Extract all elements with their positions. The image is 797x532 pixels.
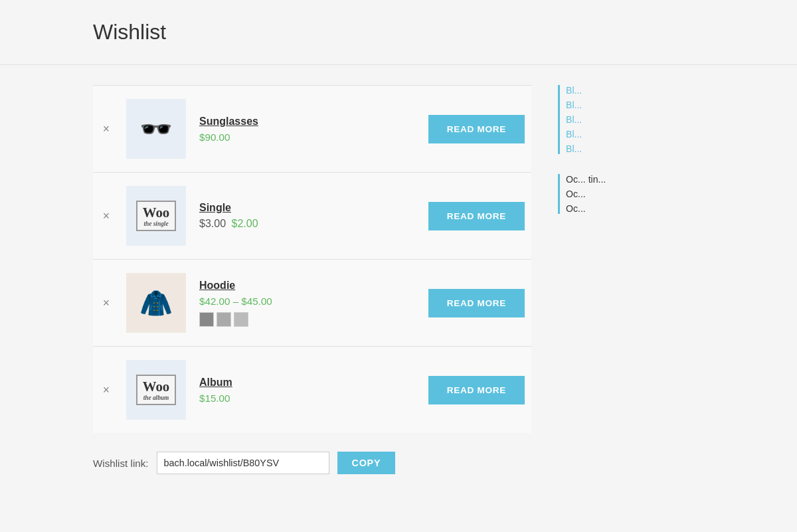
remove-single-button[interactable]: × <box>100 209 113 223</box>
page-title: Wishlist <box>93 20 704 44</box>
wishlist-link-row: Wishlist link: COPY <box>93 452 531 474</box>
swatch-light[interactable] <box>234 312 248 327</box>
product-price-hoodie: $42.00 – $45.00 <box>199 296 415 307</box>
woo-single-icon: Woothe single <box>136 201 176 231</box>
wishlist-row-album: × Woothe album Album $15.00 READ MORE <box>93 346 531 433</box>
read-more-single-button[interactable]: READ MORE <box>428 202 525 230</box>
product-price-album: $15.00 <box>199 393 415 404</box>
wishlist-row-hoodie: × 🧥 Hoodie $42.00 – $45.00 READ MORE <box>93 259 531 346</box>
product-price-original-single: $3.00 <box>199 218 226 229</box>
page-header: Wishlist <box>0 0 797 65</box>
product-info-sunglasses: Sunglasses $90.00 <box>199 116 415 143</box>
woo-album-icon: Woothe album <box>136 375 176 405</box>
wishlist-link-input[interactable] <box>157 452 329 474</box>
sidebar-item-1[interactable]: Bl... <box>566 85 704 96</box>
sidebar-item-2[interactable]: Bl... <box>566 100 704 110</box>
hoodie-icon: 🧥 <box>139 288 173 319</box>
product-info-hoodie: Hoodie $42.00 – $45.00 <box>199 280 415 327</box>
remove-hoodie-button[interactable]: × <box>100 296 113 310</box>
swatch-mid[interactable] <box>217 312 231 327</box>
wishlist-row-single: × Woothe single Single $3.00 $2.00 READ … <box>93 172 531 259</box>
wishlist-link-label: Wishlist link: <box>93 458 149 469</box>
remove-album-button[interactable]: × <box>100 383 113 397</box>
product-name-single[interactable]: Single <box>199 202 415 214</box>
sidebar-bottom-item-2[interactable]: Oc... <box>566 189 704 199</box>
product-image-hoodie: 🧥 <box>126 273 186 333</box>
sunglasses-icon: 🕶️ <box>139 114 173 145</box>
sidebar-bottom-item-3[interactable]: Oc... <box>566 203 704 214</box>
sidebar: Bl... Bl... Bl... Bl... Bl... Oc... tin.… <box>558 85 704 474</box>
color-swatches-hoodie <box>199 312 415 327</box>
read-more-album-button[interactable]: READ MORE <box>428 376 525 404</box>
copy-button[interactable]: COPY <box>337 452 396 474</box>
sidebar-bottom-items: Oc... tin... Oc... Oc... <box>566 174 704 214</box>
sidebar-item-3[interactable]: Bl... <box>566 114 704 125</box>
read-more-hoodie-button[interactable]: READ MORE <box>428 289 525 317</box>
product-price-single: $3.00 $2.00 <box>199 218 415 230</box>
product-image-sunglasses: 🕶️ <box>126 99 186 159</box>
sidebar-top-items: Bl... Bl... Bl... Bl... Bl... <box>566 85 704 154</box>
sidebar-item-4[interactable]: Bl... <box>566 129 704 139</box>
swatch-dark[interactable] <box>199 312 214 327</box>
product-name-hoodie[interactable]: Hoodie <box>199 280 415 292</box>
wishlist-row-sunglasses: × 🕶️ Sunglasses $90.00 READ MORE <box>93 85 531 172</box>
product-info-album: Album $15.00 <box>199 377 415 404</box>
product-image-album: Woothe album <box>126 360 186 420</box>
sidebar-item-5[interactable]: Bl... <box>566 143 704 154</box>
product-image-single: Woothe single <box>126 186 186 246</box>
sidebar-bottom-bar <box>558 174 560 214</box>
product-price-sunglasses: $90.00 <box>199 132 415 143</box>
product-name-album[interactable]: Album <box>199 377 415 389</box>
remove-sunglasses-button[interactable]: × <box>100 122 113 136</box>
wishlist-table: × 🕶️ Sunglasses $90.00 READ MORE × Wooth… <box>93 85 531 474</box>
sidebar-top-bar <box>558 85 560 154</box>
sidebar-bottom-item-1[interactable]: Oc... tin... <box>566 174 704 185</box>
product-name-sunglasses[interactable]: Sunglasses <box>199 116 415 128</box>
product-info-single: Single $3.00 $2.00 <box>199 202 415 230</box>
product-price-sale-single: $2.00 <box>232 218 258 229</box>
read-more-sunglasses-button[interactable]: READ MORE <box>428 115 525 143</box>
